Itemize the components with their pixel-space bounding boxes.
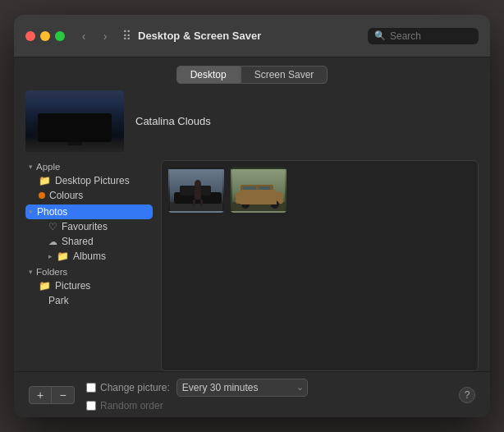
heart-icon: ♡ <box>48 221 57 232</box>
nav-buttons: ‹ › <box>75 27 114 45</box>
preview-name: Catalina Clouds <box>135 115 211 127</box>
sidebar: ▾ Apple 📁 Desktop Pictures Colours ▾ Pho… <box>25 160 153 371</box>
window-title: Desktop & Screen Saver <box>138 30 368 42</box>
sidebar-item-pictures[interactable]: 📁 Pictures <box>25 278 153 293</box>
sidebar-section-apple: ▾ Apple 📁 Desktop Pictures Colours <box>25 160 153 203</box>
preview-thumbnail <box>25 90 124 152</box>
svg-rect-12 <box>243 186 256 193</box>
content-area: ▾ Apple 📁 Desktop Pictures Colours ▾ Pho… <box>14 160 490 371</box>
tab-bar: Desktop Screen Saver <box>14 57 490 90</box>
sidebar-item-pictures-label: Pictures <box>55 280 90 292</box>
dot-orange-icon <box>39 192 45 199</box>
add-remove-buttons: + − <box>29 386 75 404</box>
sidebar-item-desktop-pictures-label: Desktop Pictures <box>55 175 130 186</box>
bottom-bar: + − Change picture: Every 5 seconds Ever… <box>14 371 490 417</box>
sidebar-item-shared[interactable]: ☁ Shared <box>25 234 153 249</box>
svg-point-14 <box>241 200 250 209</box>
chevron-down-icon: ▾ <box>29 163 33 171</box>
sidebar-section-photos: ▾ Photos ♡ Favourites ☁ Shared ▸ 📁 Album… <box>25 205 153 264</box>
chevron-down-icon-photos: ▾ <box>29 208 33 216</box>
add-button[interactable]: + <box>29 386 52 404</box>
svg-point-4 <box>195 180 201 188</box>
help-button[interactable]: ? <box>459 387 475 403</box>
random-order-label: Random order <box>100 400 163 411</box>
search-icon: 🔍 <box>374 30 386 41</box>
change-picture-row: Change picture: Every 5 seconds Every 1 … <box>86 379 447 397</box>
folder-blue-icon: 📁 <box>39 175 51 186</box>
preview-image <box>25 90 124 152</box>
sidebar-item-favourites[interactable]: ♡ Favourites <box>25 219 153 234</box>
sidebar-item-desktop-pictures[interactable]: 📁 Desktop Pictures <box>25 173 153 188</box>
sidebar-group-apple[interactable]: ▾ Apple <box>25 160 153 173</box>
minimize-button[interactable] <box>40 31 50 41</box>
sidebar-item-shared-label: Shared <box>62 236 94 247</box>
change-picture-checkbox[interactable] <box>86 383 96 393</box>
sidebar-item-colours[interactable]: Colours <box>25 188 153 203</box>
sidebar-group-photos-label: Photos <box>37 206 67 218</box>
sidebar-item-colours-label: Colours <box>49 190 83 201</box>
random-order-checkbox[interactable] <box>86 401 96 411</box>
sidebar-item-albums[interactable]: ▸ 📁 Albums <box>25 249 153 264</box>
interval-select-wrapper[interactable]: Every 5 seconds Every 1 minute Every 5 m… <box>176 379 308 397</box>
back-button[interactable]: ‹ <box>75 27 93 45</box>
close-button[interactable] <box>25 31 35 41</box>
fullscreen-button[interactable] <box>55 31 65 41</box>
sidebar-item-park-label: Park <box>48 295 69 306</box>
titlebar: ‹ › ⠿ Desktop & Screen Saver 🔍 <box>14 15 490 57</box>
apps-icon[interactable]: ⠿ <box>122 29 131 44</box>
svg-rect-7 <box>200 200 203 206</box>
svg-rect-13 <box>259 186 270 193</box>
search-bar[interactable]: 🔍 <box>368 28 479 44</box>
chevron-right-icon-albums: ▸ <box>48 252 53 260</box>
sidebar-item-park[interactable]: Park <box>25 293 153 308</box>
folder-blue-icon-pictures: 📁 <box>39 280 51 292</box>
sidebar-group-folders[interactable]: ▾ Folders <box>25 265 153 278</box>
preview-header: Catalina Clouds <box>14 90 490 160</box>
cloud-icon: ☁ <box>48 237 57 247</box>
sidebar-item-favourites-label: Favourites <box>62 221 108 232</box>
forward-button[interactable]: › <box>96 27 114 45</box>
sidebar-section-folders: ▾ Folders 📁 Pictures Park <box>25 265 153 308</box>
remove-button[interactable]: − <box>52 386 75 404</box>
search-input[interactable] <box>390 30 472 42</box>
change-picture-label: Change picture: <box>100 382 170 393</box>
sidebar-item-albums-label: Albums <box>73 250 106 262</box>
sidebar-group-photos[interactable]: ▾ Photos <box>25 205 153 219</box>
photo-grid <box>161 160 479 371</box>
svg-rect-11 <box>241 185 273 195</box>
sidebar-group-folders-label: Folders <box>36 267 67 277</box>
folder-gray-icon: 📁 <box>57 250 69 262</box>
sidebar-group-apple-label: Apple <box>36 162 60 172</box>
svg-rect-10 <box>236 192 283 204</box>
traffic-lights <box>25 31 65 41</box>
interval-select[interactable]: Every 5 seconds Every 1 minute Every 5 m… <box>176 379 308 397</box>
random-order-row: Random order <box>86 400 447 411</box>
svg-rect-6 <box>193 200 195 206</box>
main-window: ‹ › ⠿ Desktop & Screen Saver 🔍 Desktop S… <box>14 15 490 417</box>
grid-item-photo1[interactable] <box>168 168 224 213</box>
tab-desktop[interactable]: Desktop <box>176 66 241 84</box>
svg-rect-5 <box>195 188 201 200</box>
change-picture-checkbox-label: Change picture: <box>86 382 170 393</box>
chevron-down-icon-folders: ▾ <box>29 268 33 276</box>
svg-point-15 <box>271 200 279 209</box>
grid-item-photo2[interactable] <box>231 168 286 213</box>
tab-screensaver[interactable]: Screen Saver <box>241 66 328 84</box>
